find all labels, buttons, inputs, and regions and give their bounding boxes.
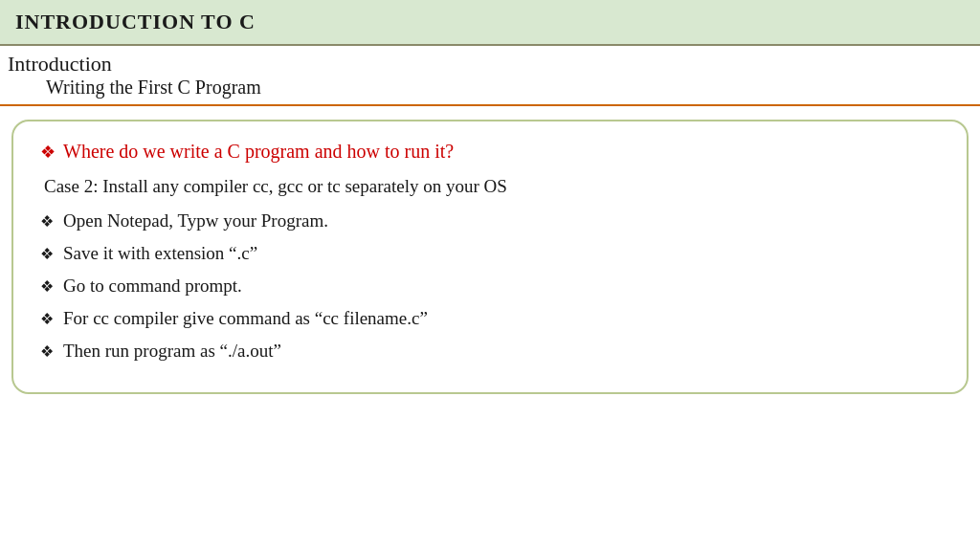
question-line: ❖ Where do we write a C program and how …: [40, 141, 940, 163]
bullet-text-2: Save it with extension “.c”: [63, 243, 940, 264]
question-diamond-icon: ❖: [40, 142, 56, 163]
breadcrumb-introduction: Introduction: [8, 52, 972, 77]
bullet-text-1: Open Notepad, Typw your Program.: [63, 210, 940, 231]
bullet-diamond-icon-3: ❖: [40, 277, 54, 296]
bullet-text-5: Then run program as “./a.out”: [63, 341, 940, 362]
bullet-diamond-icon-1: ❖: [40, 212, 54, 231]
question-text: Where do we write a C program and how to…: [63, 141, 454, 163]
content-area: ❖ Where do we write a C program and how …: [0, 106, 980, 408]
content-box: ❖ Where do we write a C program and how …: [11, 120, 969, 394]
bullet-text-3: Go to command prompt.: [63, 276, 940, 297]
breadcrumb: Introduction Writing the First C Program: [0, 46, 980, 106]
list-item: ❖ Open Notepad, Typw your Program.: [40, 210, 940, 231]
list-item: ❖ Then run program as “./a.out”: [40, 341, 940, 362]
bullet-text-4: For cc compiler give command as “cc file…: [63, 308, 940, 329]
header-bar: INTRODUCTION TO C: [0, 0, 980, 46]
list-item: ❖ Save it with extension “.c”: [40, 243, 940, 264]
bullet-diamond-icon-5: ❖: [40, 342, 54, 361]
list-item: ❖ Go to command prompt.: [40, 276, 940, 297]
bullet-diamond-icon-4: ❖: [40, 310, 54, 328]
case-description: Case 2: Install any compiler cc, gcc or …: [40, 176, 940, 197]
bullet-diamond-icon-2: ❖: [40, 245, 54, 263]
breadcrumb-writing-first-program: Writing the First C Program: [8, 77, 972, 99]
list-item: ❖ For cc compiler give command as “cc fi…: [40, 308, 940, 329]
page-title: INTRODUCTION TO C: [15, 10, 256, 33]
